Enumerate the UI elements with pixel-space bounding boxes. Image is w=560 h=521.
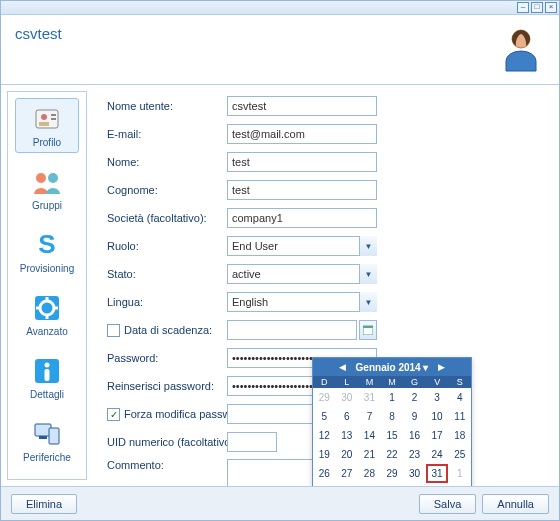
calendar-day[interactable]: 14 <box>358 426 381 445</box>
cancel-button[interactable]: Annulla <box>482 494 549 514</box>
calendar-dow: D <box>313 376 336 388</box>
calendar-day[interactable]: 7 <box>358 407 381 426</box>
calendar-day[interactable]: 1 <box>448 464 471 483</box>
minimize-button[interactable]: – <box>517 2 529 13</box>
stato-label: Stato: <box>107 268 227 280</box>
calendar-day[interactable]: 19 <box>313 445 336 464</box>
groups-icon <box>31 166 63 198</box>
calendar-day[interactable]: 11 <box>448 407 471 426</box>
sidebar-item-progetti[interactable]: Progetti <box>15 476 79 480</box>
forza-checkbox[interactable]: ✓ <box>107 408 120 421</box>
calendar-day[interactable]: 6 <box>336 407 359 426</box>
calendar-day[interactable]: 16 <box>403 426 426 445</box>
sidebar-item-avanzato[interactable]: Avanzato <box>15 287 79 342</box>
calendar-day[interactable]: 24 <box>426 445 449 464</box>
calendar-day[interactable]: 1 <box>381 388 404 407</box>
ruolo-select[interactable] <box>227 236 377 256</box>
calendar-day[interactable]: 23 <box>403 445 426 464</box>
calendar-day[interactable]: 20 <box>336 445 359 464</box>
calendar-dow: V <box>426 376 449 388</box>
calendar-icon[interactable] <box>359 320 377 340</box>
svg-rect-23 <box>363 326 373 328</box>
maximize-button[interactable]: □ <box>531 2 543 13</box>
calendar-day[interactable]: 22 <box>381 445 404 464</box>
calendar-day[interactable]: 13 <box>336 426 359 445</box>
calendar-day[interactable]: 29 <box>381 464 404 483</box>
calendar-day[interactable]: 21 <box>358 445 381 464</box>
calendar-day[interactable]: 3 <box>426 388 449 407</box>
svg-point-7 <box>48 173 58 183</box>
stato-select[interactable] <box>227 264 377 284</box>
calendar-dow: M <box>358 376 381 388</box>
calendar-day[interactable]: 27 <box>336 464 359 483</box>
lingua-select[interactable] <box>227 292 377 312</box>
calendar-day[interactable]: 17 <box>426 426 449 445</box>
nome-field[interactable] <box>227 152 377 172</box>
calendar-day[interactable]: 18 <box>448 426 471 445</box>
societa-field[interactable] <box>227 208 377 228</box>
calendar-day[interactable]: 4 <box>448 388 471 407</box>
calendar-day[interactable]: 31 <box>358 388 381 407</box>
calendar-day[interactable]: 3 <box>336 483 359 486</box>
profile-icon <box>31 103 63 135</box>
calendar-day[interactable]: 26 <box>313 464 336 483</box>
delete-button[interactable]: Elimina <box>11 494 77 514</box>
calendar-day[interactable]: 31 <box>426 464 449 483</box>
calendar-day[interactable]: 12 <box>313 426 336 445</box>
prev-month-button[interactable]: ◀ <box>335 362 350 372</box>
calendar-day[interactable]: 5 <box>381 483 404 486</box>
sidebar-item-profilo[interactable]: Profilo <box>15 98 79 153</box>
svg-rect-4 <box>51 114 56 116</box>
calendar-day[interactable]: 6 <box>403 483 426 486</box>
calendar-day[interactable]: 25 <box>448 445 471 464</box>
devices-icon <box>31 418 63 450</box>
email-field[interactable] <box>227 124 377 144</box>
calendar-day[interactable]: 28 <box>358 464 381 483</box>
svg-point-2 <box>41 114 47 120</box>
calendar-day[interactable]: 10 <box>426 407 449 426</box>
scadenza-checkbox[interactable] <box>107 324 120 337</box>
calendar-day[interactable]: 29 <box>313 388 336 407</box>
page-title: csvtest <box>15 25 62 42</box>
calendar-day[interactable]: 2 <box>313 483 336 486</box>
calendar-day[interactable]: 15 <box>381 426 404 445</box>
calendar-title[interactable]: Gennaio 2014 ▾ <box>356 362 429 373</box>
lingua-label: Lingua: <box>107 296 227 308</box>
societa-label: Società (facoltativo): <box>107 212 227 224</box>
save-button[interactable]: Salva <box>419 494 477 514</box>
calendar-day[interactable]: 8 <box>448 483 471 486</box>
svg-point-6 <box>36 173 46 183</box>
calendar-day[interactable]: 9 <box>403 407 426 426</box>
username-field[interactable] <box>227 96 377 116</box>
scadenza-field[interactable] <box>227 320 357 340</box>
uid-field[interactable] <box>227 432 277 452</box>
calendar-day[interactable]: 8 <box>381 407 404 426</box>
sidebar-item-label: Dettagli <box>18 389 76 400</box>
username-label: Nome utente: <box>107 100 227 112</box>
sidebar-item-periferiche[interactable]: Periferiche <box>15 413 79 468</box>
calendar-day[interactable]: 30 <box>403 464 426 483</box>
close-button[interactable]: × <box>545 2 557 13</box>
commento-label: Commento: <box>107 459 227 471</box>
sidebar-item-label: Avanzato <box>18 326 76 337</box>
calendar-day[interactable]: 4 <box>358 483 381 486</box>
sidebar-item-provisioning[interactable]: S Provisioning <box>15 224 79 279</box>
svg-rect-3 <box>39 122 49 126</box>
cognome-field[interactable] <box>227 180 377 200</box>
sidebar-item-gruppi[interactable]: Gruppi <box>15 161 79 216</box>
scadenza-label-text: Data di scadenza: <box>124 324 212 336</box>
ruolo-label: Ruolo: <box>107 240 227 252</box>
next-month-button[interactable]: ▶ <box>434 362 449 372</box>
calendar-day[interactable]: 5 <box>313 407 336 426</box>
calendar-day[interactable]: 2 <box>403 388 426 407</box>
gear-icon <box>31 292 63 324</box>
calendar-day[interactable]: 30 <box>336 388 359 407</box>
dialog-window: – □ × csvtest Profilo <box>0 0 560 521</box>
form-panel: Nome utente: E-mail: Nome: Cognome: Soci… <box>87 85 559 486</box>
forza-label: ✓ Forza modifica password <box>107 408 247 421</box>
calendar-header: ◀ Gennaio 2014 ▾ ▶ <box>313 358 471 376</box>
repassword-label: Reinserisci password: <box>107 380 227 392</box>
sidebar-item-dettagli[interactable]: Dettagli <box>15 350 79 405</box>
calendar-day[interactable]: 7 <box>426 483 449 486</box>
provisioning-icon: S <box>31 229 63 261</box>
